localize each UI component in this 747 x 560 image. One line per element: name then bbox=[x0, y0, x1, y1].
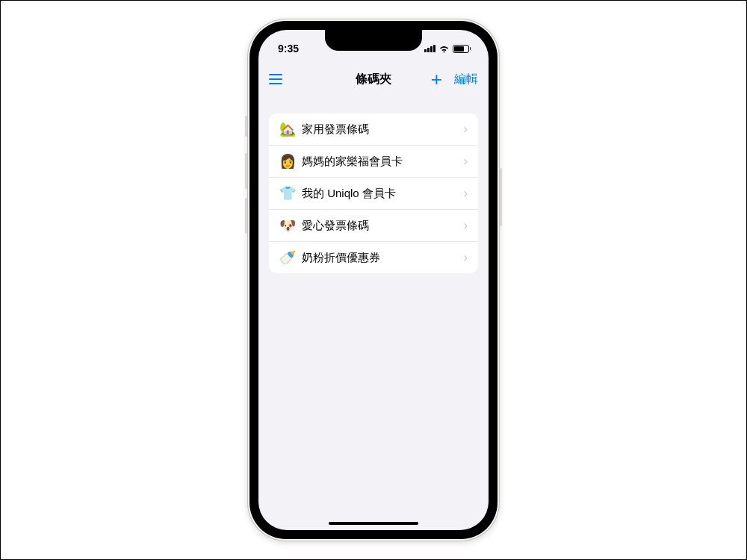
list-item[interactable]: 👩 媽媽的家樂福會員卡 › bbox=[269, 146, 478, 178]
status-time: 9:35 bbox=[278, 38, 299, 55]
chevron-right-icon: › bbox=[464, 219, 468, 232]
item-emoji-icon: 🐶 bbox=[279, 217, 294, 234]
page-title: 條碼夾 bbox=[356, 72, 391, 87]
list-item[interactable]: 🏡 家用發票條碼 › bbox=[269, 113, 478, 146]
power-button[interactable] bbox=[500, 168, 502, 226]
content-area: 🏡 家用發票條碼 › 👩 媽媽的家樂福會員卡 › 👕 我的 Uniqlo 會員卡… bbox=[258, 96, 489, 273]
item-emoji-icon: 👩 bbox=[279, 153, 294, 169]
item-label: 媽媽的家樂福會員卡 bbox=[302, 155, 456, 169]
wifi-icon bbox=[438, 45, 450, 53]
navigation-bar: 條碼夾 + 編輯 bbox=[258, 63, 489, 96]
chevron-right-icon: › bbox=[464, 187, 468, 200]
chevron-right-icon: › bbox=[464, 122, 468, 136]
item-label: 家用發票條碼 bbox=[302, 122, 456, 137]
barcode-list: 🏡 家用發票條碼 › 👩 媽媽的家樂福會員卡 › 👕 我的 Uniqlo 會員卡… bbox=[269, 113, 478, 273]
item-emoji-icon: 👕 bbox=[279, 185, 294, 202]
menu-icon[interactable] bbox=[269, 74, 282, 84]
screen: 9:35 bbox=[258, 30, 489, 530]
add-button[interactable]: + bbox=[431, 69, 442, 89]
volume-down-button[interactable] bbox=[245, 198, 247, 234]
notch bbox=[325, 30, 422, 51]
item-emoji-icon: 🍼 bbox=[279, 249, 294, 266]
list-item[interactable]: 👕 我的 Uniqlo 會員卡 › bbox=[269, 178, 478, 210]
item-label: 奶粉折價優惠券 bbox=[302, 251, 456, 265]
home-indicator[interactable] bbox=[329, 522, 418, 525]
item-label: 愛心發票條碼 bbox=[302, 219, 456, 233]
volume-up-button[interactable] bbox=[245, 153, 247, 189]
chevron-right-icon: › bbox=[464, 251, 468, 264]
edit-button[interactable]: 編輯 bbox=[454, 72, 478, 87]
chevron-right-icon: › bbox=[464, 155, 468, 168]
cellular-signal-icon bbox=[424, 45, 436, 52]
status-indicators bbox=[424, 40, 471, 53]
list-item[interactable]: 🐶 愛心發票條碼 › bbox=[269, 210, 478, 242]
silence-switch[interactable] bbox=[245, 116, 247, 137]
item-emoji-icon: 🏡 bbox=[279, 121, 294, 137]
phone-frame: 9:35 bbox=[247, 19, 500, 541]
phone-bezel: 9:35 bbox=[249, 21, 498, 539]
list-item[interactable]: 🍼 奶粉折價優惠券 › bbox=[269, 242, 478, 273]
battery-icon bbox=[453, 45, 471, 53]
item-label: 我的 Uniqlo 會員卡 bbox=[302, 187, 456, 201]
